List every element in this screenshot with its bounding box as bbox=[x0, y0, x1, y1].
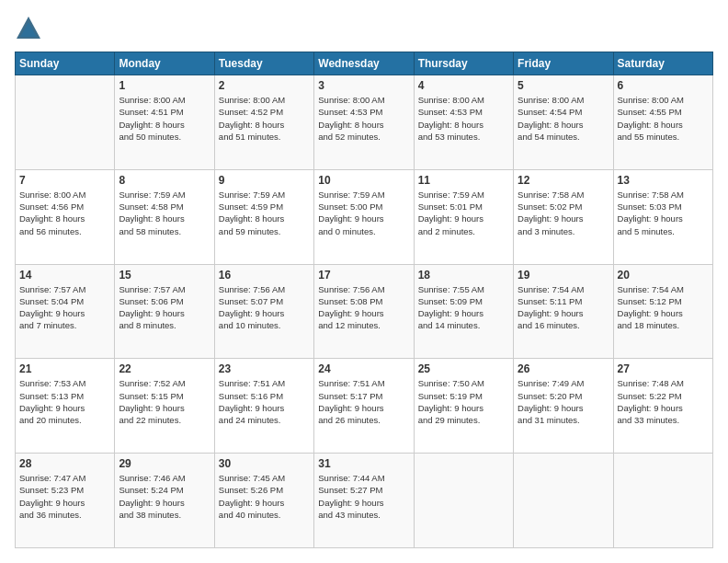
col-sunday: Sunday bbox=[16, 52, 115, 75]
day-info: Sunrise: 8:00 AMSunset: 4:53 PMDaylight:… bbox=[318, 94, 409, 143]
day-number: 28 bbox=[19, 457, 110, 470]
day-info: Sunrise: 7:59 AMSunset: 4:59 PMDaylight:… bbox=[219, 189, 310, 237]
day-info: Sunrise: 7:45 AMSunset: 5:26 PMDaylight:… bbox=[219, 472, 310, 521]
logo-icon bbox=[15, 15, 42, 42]
table-row: 22Sunrise: 7:52 AMSunset: 5:15 PMDayligh… bbox=[115, 359, 214, 454]
table-row: 29Sunrise: 7:46 AMSunset: 5:24 PMDayligh… bbox=[115, 454, 214, 548]
day-number: 29 bbox=[119, 457, 210, 470]
day-info: Sunrise: 8:00 AMSunset: 4:56 PMDaylight:… bbox=[19, 189, 110, 237]
day-number: 5 bbox=[518, 79, 609, 92]
day-number: 18 bbox=[418, 269, 509, 282]
table-row: 19Sunrise: 7:54 AMSunset: 5:11 PMDayligh… bbox=[514, 264, 613, 359]
day-info: Sunrise: 7:59 AMSunset: 5:00 PMDaylight:… bbox=[318, 189, 409, 237]
col-friday: Friday bbox=[514, 52, 613, 75]
day-info: Sunrise: 7:59 AMSunset: 5:01 PMDaylight:… bbox=[418, 189, 509, 237]
day-info: Sunrise: 7:57 AMSunset: 5:04 PMDaylight:… bbox=[19, 283, 110, 332]
day-info: Sunrise: 8:00 AMSunset: 4:52 PMDaylight:… bbox=[219, 94, 310, 143]
day-number: 15 bbox=[119, 269, 210, 282]
day-number: 16 bbox=[219, 269, 310, 282]
day-info: Sunrise: 7:56 AMSunset: 5:08 PMDaylight:… bbox=[318, 283, 409, 332]
day-info: Sunrise: 7:54 AMSunset: 5:12 PMDaylight:… bbox=[618, 283, 709, 332]
table-row: 9Sunrise: 7:59 AMSunset: 4:59 PMDaylight… bbox=[214, 169, 313, 264]
table-row bbox=[414, 454, 513, 548]
day-info: Sunrise: 7:58 AMSunset: 5:03 PMDaylight:… bbox=[618, 189, 709, 237]
day-number: 17 bbox=[318, 269, 409, 282]
day-number: 26 bbox=[518, 362, 609, 375]
calendar-week-3: 14Sunrise: 7:57 AMSunset: 5:04 PMDayligh… bbox=[16, 264, 713, 359]
table-row: 12Sunrise: 7:58 AMSunset: 5:02 PMDayligh… bbox=[514, 169, 613, 264]
day-number: 20 bbox=[618, 269, 709, 282]
page: Sunday Monday Tuesday Wednesday Thursday… bbox=[0, 0, 728, 563]
table-row: 25Sunrise: 7:50 AMSunset: 5:19 PMDayligh… bbox=[414, 359, 513, 454]
day-number: 6 bbox=[618, 79, 709, 92]
day-info: Sunrise: 7:56 AMSunset: 5:07 PMDaylight:… bbox=[219, 283, 310, 332]
day-info: Sunrise: 7:55 AMSunset: 5:09 PMDaylight:… bbox=[418, 283, 509, 332]
calendar-week-1: 1Sunrise: 8:00 AMSunset: 4:51 PMDaylight… bbox=[16, 75, 713, 170]
day-number: 19 bbox=[518, 269, 609, 282]
table-row: 21Sunrise: 7:53 AMSunset: 5:13 PMDayligh… bbox=[16, 359, 115, 454]
table-row: 8Sunrise: 7:59 AMSunset: 4:58 PMDaylight… bbox=[115, 169, 214, 264]
day-info: Sunrise: 8:00 AMSunset: 4:54 PMDaylight:… bbox=[518, 94, 609, 143]
col-tuesday: Tuesday bbox=[214, 52, 313, 75]
day-number: 25 bbox=[418, 362, 509, 375]
day-info: Sunrise: 7:58 AMSunset: 5:02 PMDaylight:… bbox=[518, 189, 609, 237]
day-info: Sunrise: 7:53 AMSunset: 5:13 PMDaylight:… bbox=[19, 377, 110, 426]
day-number: 9 bbox=[219, 174, 310, 187]
day-number: 27 bbox=[618, 362, 709, 375]
header-row: Sunday Monday Tuesday Wednesday Thursday… bbox=[16, 52, 713, 75]
col-monday: Monday bbox=[115, 52, 214, 75]
table-row: 24Sunrise: 7:51 AMSunset: 5:17 PMDayligh… bbox=[314, 359, 414, 454]
table-row: 16Sunrise: 7:56 AMSunset: 5:07 PMDayligh… bbox=[214, 264, 313, 359]
day-number: 8 bbox=[119, 174, 210, 187]
table-row: 18Sunrise: 7:55 AMSunset: 5:09 PMDayligh… bbox=[414, 264, 513, 359]
day-info: Sunrise: 8:00 AMSunset: 4:53 PMDaylight:… bbox=[418, 94, 509, 143]
table-row: 1Sunrise: 8:00 AMSunset: 4:51 PMDaylight… bbox=[115, 75, 214, 170]
day-info: Sunrise: 7:51 AMSunset: 5:17 PMDaylight:… bbox=[318, 377, 409, 426]
day-number: 30 bbox=[219, 457, 310, 470]
col-wednesday: Wednesday bbox=[314, 52, 414, 75]
table-row: 5Sunrise: 8:00 AMSunset: 4:54 PMDaylight… bbox=[514, 75, 613, 170]
table-row: 23Sunrise: 7:51 AMSunset: 5:16 PMDayligh… bbox=[214, 359, 313, 454]
table-row bbox=[16, 75, 115, 170]
col-saturday: Saturday bbox=[613, 52, 712, 75]
table-row: 13Sunrise: 7:58 AMSunset: 5:03 PMDayligh… bbox=[613, 169, 712, 264]
day-info: Sunrise: 7:47 AMSunset: 5:23 PMDaylight:… bbox=[19, 472, 110, 521]
day-info: Sunrise: 7:44 AMSunset: 5:27 PMDaylight:… bbox=[318, 472, 409, 521]
table-row bbox=[613, 454, 712, 548]
day-info: Sunrise: 7:48 AMSunset: 5:22 PMDaylight:… bbox=[618, 377, 709, 426]
table-row: 10Sunrise: 7:59 AMSunset: 5:00 PMDayligh… bbox=[314, 169, 414, 264]
day-info: Sunrise: 7:51 AMSunset: 5:16 PMDaylight:… bbox=[219, 377, 310, 426]
table-row: 2Sunrise: 8:00 AMSunset: 4:52 PMDaylight… bbox=[214, 75, 313, 170]
day-number: 1 bbox=[119, 79, 210, 92]
table-row: 3Sunrise: 8:00 AMSunset: 4:53 PMDaylight… bbox=[314, 75, 414, 170]
day-number: 3 bbox=[318, 79, 409, 92]
table-row: 27Sunrise: 7:48 AMSunset: 5:22 PMDayligh… bbox=[613, 359, 712, 454]
table-row: 17Sunrise: 7:56 AMSunset: 5:08 PMDayligh… bbox=[314, 264, 414, 359]
logo bbox=[15, 15, 46, 42]
calendar-week-4: 21Sunrise: 7:53 AMSunset: 5:13 PMDayligh… bbox=[16, 359, 713, 454]
day-number: 7 bbox=[19, 174, 110, 187]
header bbox=[15, 15, 713, 42]
table-row: 4Sunrise: 8:00 AMSunset: 4:53 PMDaylight… bbox=[414, 75, 513, 170]
table-row: 20Sunrise: 7:54 AMSunset: 5:12 PMDayligh… bbox=[613, 264, 712, 359]
day-number: 14 bbox=[19, 269, 110, 282]
table-row bbox=[514, 454, 613, 548]
table-row: 7Sunrise: 8:00 AMSunset: 4:56 PMDaylight… bbox=[16, 169, 115, 264]
day-info: Sunrise: 7:46 AMSunset: 5:24 PMDaylight:… bbox=[119, 472, 210, 521]
day-info: Sunrise: 7:52 AMSunset: 5:15 PMDaylight:… bbox=[119, 377, 210, 426]
calendar-table: Sunday Monday Tuesday Wednesday Thursday… bbox=[15, 52, 713, 548]
table-row: 31Sunrise: 7:44 AMSunset: 5:27 PMDayligh… bbox=[314, 454, 414, 548]
table-row: 28Sunrise: 7:47 AMSunset: 5:23 PMDayligh… bbox=[16, 454, 115, 548]
table-row: 14Sunrise: 7:57 AMSunset: 5:04 PMDayligh… bbox=[16, 264, 115, 359]
day-number: 12 bbox=[518, 174, 609, 187]
day-info: Sunrise: 7:59 AMSunset: 4:58 PMDaylight:… bbox=[119, 189, 210, 237]
day-info: Sunrise: 7:54 AMSunset: 5:11 PMDaylight:… bbox=[518, 283, 609, 332]
day-number: 4 bbox=[418, 79, 509, 92]
day-number: 13 bbox=[618, 174, 709, 187]
day-number: 23 bbox=[219, 362, 310, 375]
table-row: 30Sunrise: 7:45 AMSunset: 5:26 PMDayligh… bbox=[214, 454, 313, 548]
day-info: Sunrise: 7:57 AMSunset: 5:06 PMDaylight:… bbox=[119, 283, 210, 332]
day-number: 31 bbox=[318, 457, 409, 470]
day-number: 10 bbox=[318, 174, 409, 187]
table-row: 6Sunrise: 8:00 AMSunset: 4:55 PMDaylight… bbox=[613, 75, 712, 170]
